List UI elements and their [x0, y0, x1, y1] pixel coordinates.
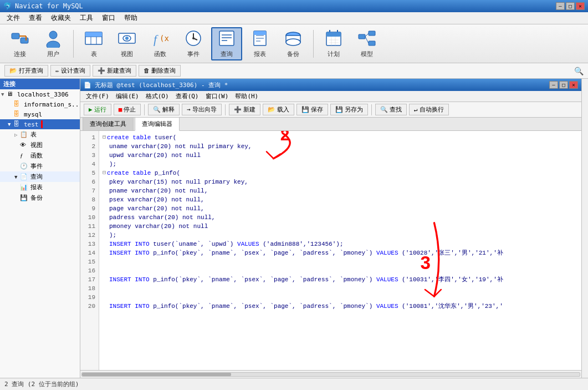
- sidebar-item-test[interactable]: ▼ 🗄 test: [0, 119, 80, 129]
- export-icon: →: [187, 106, 191, 113]
- toolbar-schedule[interactable]: 计划: [318, 27, 349, 60]
- menu-favorites[interactable]: 收藏夹: [47, 12, 75, 24]
- svg-text:(x): (x): [160, 34, 170, 43]
- minimize-button[interactable]: —: [556, 2, 565, 10]
- toolbar-model[interactable]: 模型: [351, 27, 382, 60]
- sidebar-item-views[interactable]: 👁 视图: [0, 140, 80, 150]
- menu-window[interactable]: 窗口: [98, 12, 120, 24]
- qa-sep-1: [144, 104, 145, 115]
- collapse-5[interactable]: ⊟: [103, 169, 106, 178]
- run-button[interactable]: ▶ 运行: [84, 104, 111, 115]
- table-label: 表: [91, 50, 97, 58]
- func-label-side: 函数: [30, 151, 43, 160]
- code-line-16: [103, 266, 578, 275]
- event-label: 事件: [187, 50, 200, 58]
- sidebar-item-funcs[interactable]: ƒ 函数: [0, 150, 80, 161]
- new-query-button[interactable]: ➕ 新建查询: [93, 65, 136, 77]
- query-toolbar: 📂 打开查询 ✏ 设计查询 ➕ 新建查询 🗑 删除查询 🔍: [0, 63, 588, 79]
- toolbar-backup[interactable]: 备份: [278, 27, 309, 60]
- toolbar-sep-2: [313, 30, 314, 58]
- sidebar-item-reports[interactable]: 📊 报表: [0, 182, 80, 193]
- design-query-button[interactable]: ✏ 设计查询: [50, 65, 90, 77]
- sidebar-item-queries[interactable]: ▼ 📄 查询: [0, 171, 80, 182]
- tab-query-builder[interactable]: 查询创建工具: [83, 117, 134, 130]
- menu-tools[interactable]: 工具: [75, 12, 98, 24]
- query-icon: [217, 29, 237, 48]
- code-line-7: pname varchar(20) not null,: [103, 186, 578, 195]
- expand-table: ▷: [14, 132, 20, 138]
- sidebar-item-mysql[interactable]: 🗄 mysql: [0, 109, 80, 119]
- code-line-20: INSERT INTO p_info(`pkey`, `pname`, `pse…: [103, 302, 578, 311]
- qmenu-file[interactable]: 文件(F): [83, 92, 113, 101]
- open-query-label: 打开查询: [19, 67, 43, 75]
- query-window-title: 无标题 @test (localhost_3306) - 查询 *: [95, 81, 228, 89]
- toolbar-user[interactable]: 用户: [38, 27, 69, 60]
- tab-query-editor[interactable]: 查询编辑器: [135, 117, 180, 131]
- svg-rect-20: [219, 31, 234, 45]
- qmenu-window[interactable]: 窗口(W): [202, 92, 232, 101]
- menu-view[interactable]: 查看: [24, 12, 47, 24]
- close-button[interactable]: ✕: [576, 2, 585, 10]
- query-max-button[interactable]: □: [559, 81, 568, 89]
- explain-button[interactable]: 🔍 解释: [148, 104, 180, 115]
- toolbar-view[interactable]: 视图: [111, 27, 142, 60]
- menu-help[interactable]: 帮助: [120, 12, 142, 24]
- wrap-button[interactable]: ↵ 自动换行: [409, 104, 449, 115]
- app-icon: 🐬: [3, 2, 12, 10]
- toolbar-func[interactable]: f (x) 函数: [145, 27, 176, 60]
- stop-button[interactable]: ■ 停止: [114, 104, 141, 115]
- horizontal-scroll[interactable]: [80, 370, 581, 378]
- server-icon: 🖥: [7, 90, 16, 98]
- sidebar-item-table[interactable]: ▷ 📋 表: [0, 129, 80, 140]
- qmenu-view[interactable]: 查看(Q): [172, 92, 202, 101]
- new-button[interactable]: ➕ 新建: [229, 104, 260, 115]
- main-toolbar: 连接 用户 表: [0, 24, 588, 63]
- information-label: information_s...: [24, 101, 80, 108]
- delete-query-button[interactable]: 🗑 删除查询: [139, 65, 181, 77]
- save-label: 保存: [311, 105, 323, 114]
- app-title: Navicat for MySQL: [15, 2, 83, 10]
- svg-rect-40: [359, 34, 365, 39]
- qmenu-format[interactable]: 格式(O): [142, 92, 172, 101]
- db-icon-mysql: 🗄: [13, 110, 22, 118]
- code-editor[interactable]: 1 2 3 4 5 6 7 8 9 10 11 12 13 14 15 16 1: [80, 131, 581, 370]
- save-button[interactable]: 💾 保存: [296, 104, 328, 115]
- query-close-button[interactable]: ✕: [569, 81, 578, 89]
- sidebar-item-information[interactable]: 🗄 information_s...: [0, 99, 80, 109]
- menu-file[interactable]: 文件: [2, 12, 24, 24]
- expand-icon: ▼: [1, 92, 7, 97]
- code-line-14: INSERT INTO p_info(`pkey`, `pname`, `pse…: [103, 249, 578, 257]
- view-icon: [117, 29, 137, 48]
- find-button[interactable]: 🔍 查找: [375, 104, 407, 115]
- qmenu-edit[interactable]: 编辑(E): [113, 92, 142, 101]
- query-min-button[interactable]: —: [549, 81, 558, 89]
- toolbar-table[interactable]: 表: [78, 27, 109, 60]
- toolbar-connect[interactable]: 连接: [4, 27, 35, 60]
- saveas-label: 另存为: [345, 105, 363, 114]
- sidebar-item-events[interactable]: 🕐 事件: [0, 161, 80, 171]
- sidebar-item-localhost[interactable]: ▼ 🖥 localhost_3306: [0, 89, 80, 99]
- report-label: 报表: [254, 50, 266, 58]
- code-line-13: INSERT INTO tuser(`uname`, `upwd`) VALUE…: [103, 240, 578, 249]
- svg-rect-33: [326, 32, 341, 37]
- model-label: 模型: [361, 50, 373, 58]
- toolbar-event[interactable]: 事件: [178, 27, 209, 60]
- view-icon-side: 👁: [20, 141, 29, 149]
- code-editor-wrapper: 1 2 3 4 5 6 7 8 9 10 11 12 13 14 15 16 1: [80, 131, 581, 378]
- toolbar-query[interactable]: 查询: [211, 27, 242, 60]
- tab-editor-label: 查询编辑器: [142, 120, 172, 128]
- menu-bar: 文件 查看 收藏夹 工具 窗口 帮助: [0, 12, 588, 24]
- load-button[interactable]: 📂 载入: [263, 104, 294, 115]
- open-query-button[interactable]: 📂 打开查询: [4, 65, 48, 77]
- qmenu-help[interactable]: 帮助(H): [232, 92, 262, 101]
- saveas-button[interactable]: 💾 另存为: [330, 104, 368, 115]
- collapse-1[interactable]: ⊟: [103, 133, 106, 142]
- event-label-side: 事件: [30, 162, 43, 170]
- save-icon: 💾: [301, 106, 309, 113]
- export-button[interactable]: → 导出向导: [182, 104, 222, 115]
- sidebar-item-backups[interactable]: 💾 备份: [0, 193, 80, 203]
- toolbar-report[interactable]: 报表: [244, 27, 275, 60]
- code-content[interactable]: ⊟ create table tuser( uname varchar(20) …: [99, 131, 581, 370]
- wrap-label: 自动换行: [420, 105, 444, 114]
- maximize-button[interactable]: □: [566, 2, 575, 10]
